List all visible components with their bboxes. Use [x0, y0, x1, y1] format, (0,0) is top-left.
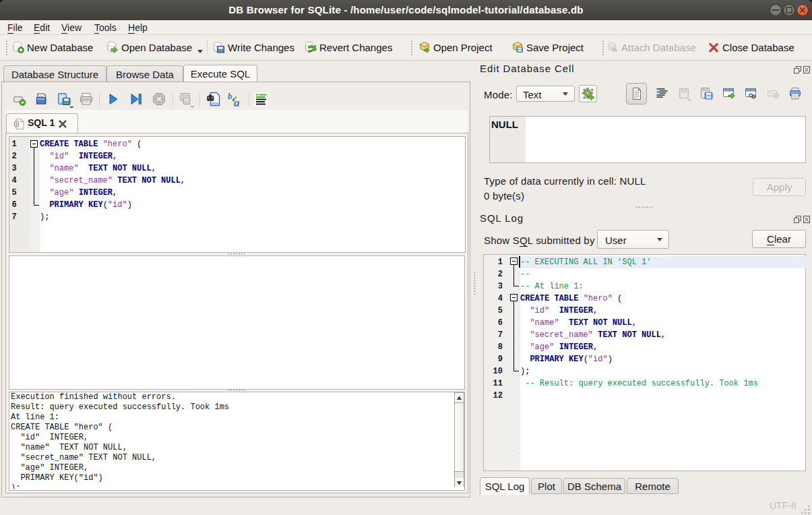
svg-text:b: b: [228, 91, 232, 101]
